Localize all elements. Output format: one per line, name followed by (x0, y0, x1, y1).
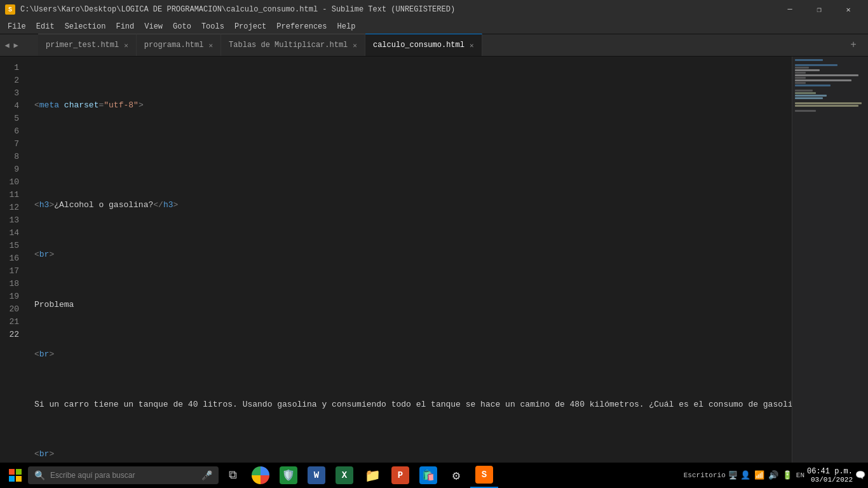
tab-next-button[interactable]: ▶ (11, 34, 20, 57)
svg-rect-1 (16, 469, 22, 475)
menu-help[interactable]: Help (332, 19, 361, 34)
taskbar-app-unknown1[interactable]: 🛍️ (414, 463, 442, 488)
taskbar-app-chrome[interactable] (247, 463, 275, 488)
search-icon: 🔍 (34, 470, 45, 481)
close-button[interactable]: ✕ (834, 0, 863, 19)
people-icon[interactable]: 👤 (740, 470, 750, 480)
taskbar-app-powerpoint[interactable]: P (386, 463, 414, 488)
tab-programa[interactable]: programa.html ✕ (137, 34, 221, 56)
desktop-icon: 🖥️ (728, 471, 738, 480)
taskbar-app-excel[interactable]: X (330, 463, 358, 488)
taskbar-app-files[interactable]: 📁 (358, 463, 386, 488)
clock-date: 03/01/2022 (807, 476, 853, 484)
desktop-label[interactable]: Escritorio (684, 471, 726, 479)
line-num-2: 2 (5, 74, 19, 87)
taskbar-app-sublime[interactable]: S (470, 463, 498, 488)
system-icons: 👤 📶 🔊 🔋 EN (740, 470, 804, 480)
titlebar: S C:\Users\Karo\Desktop\LOGICA DE PROGRA… (0, 0, 868, 19)
line-num-7: 7 (5, 138, 19, 151)
volume-icon[interactable]: 🔊 (768, 470, 778, 480)
code-line-4: <br> (34, 248, 792, 261)
tab-close-primer-test[interactable]: ✕ (124, 41, 128, 50)
line-num-3: 3 (5, 87, 19, 100)
line-num-13: 13 (5, 214, 19, 227)
menu-selection[interactable]: Selection (60, 19, 111, 34)
files-icon: 📁 (363, 466, 381, 484)
svg-rect-0 (9, 469, 15, 475)
menu-project[interactable]: Project (229, 19, 271, 34)
microphone-icon[interactable]: 🎤 (201, 470, 212, 481)
menu-file[interactable]: File (3, 19, 31, 34)
line-num-21: 21 (5, 316, 19, 329)
menu-edit[interactable]: Edit (31, 19, 60, 34)
code-line-2 (34, 149, 792, 161)
line-num-10: 10 (5, 176, 19, 189)
new-tab-button[interactable]: + (844, 34, 863, 56)
search-bar[interactable]: 🔍 🎤 (28, 466, 219, 484)
clock-time: 06:41 p.m. (807, 467, 853, 476)
taskbar-app-security[interactable]: 🛡️ (275, 463, 302, 488)
line-num-15: 15 (5, 240, 19, 252)
word-icon: W (308, 466, 325, 484)
line-num-11: 11 (5, 189, 19, 201)
app-icon: S (5, 4, 15, 15)
svg-rect-2 (9, 476, 15, 482)
menu-view[interactable]: View (139, 19, 168, 34)
taskbar-right: Escritorio 🖥️ 👤 📶 🔊 🔋 EN 06:41 p.m. 03/0… (684, 467, 865, 484)
code-line-5: Problema (34, 299, 792, 311)
tab-close-programa[interactable]: ✕ (208, 41, 213, 50)
menubar: File Edit Selection Find View Goto Tools… (0, 19, 868, 34)
menu-find[interactable]: Find (111, 19, 139, 34)
tab-calculo-consumo[interactable]: calculo_consumo.html ✕ (365, 34, 482, 56)
keyboard-icon[interactable]: EN (796, 471, 804, 479)
line-num-1: 1 (5, 62, 19, 74)
sublime-icon: S (475, 466, 493, 484)
taskbar-app-settings[interactable]: ⚙️ (442, 463, 470, 488)
task-view-button[interactable]: ⧉ (219, 463, 247, 488)
line-num-16: 16 (5, 252, 19, 265)
excel-icon: X (336, 466, 353, 484)
tab-close-tablas[interactable]: ✕ (353, 41, 357, 50)
menu-preferences[interactable]: Preferences (271, 19, 332, 34)
line-num-5: 5 (5, 112, 19, 125)
editor: 1 2 3 4 5 6 7 8 9 10 11 12 13 14 15 16 1… (0, 57, 868, 469)
line-num-8: 8 (5, 151, 19, 163)
window-title: C:\Users\Karo\Desktop\LOGICA DE PROGRAMA… (20, 5, 455, 14)
menu-tools[interactable]: Tools (196, 19, 229, 34)
line-num-22: 22 (5, 329, 19, 341)
tab-list: primer_test.html ✕ programa.html ✕ Tabla… (19, 34, 868, 56)
line-num-6: 6 (5, 125, 19, 138)
line-num-12: 12 (5, 201, 19, 214)
line-num-4: 4 (5, 100, 19, 112)
battery-icon[interactable]: 🔋 (782, 470, 792, 480)
tab-close-calculo[interactable]: ✕ (470, 41, 474, 50)
menu-goto[interactable]: Goto (168, 19, 196, 34)
tab-tablas[interactable]: Tablas de Multiplicar.html ✕ (221, 34, 365, 56)
maximize-button[interactable]: ❐ (804, 0, 834, 19)
taskbar: 🔍 🎤 ⧉ 🛡️ W X 📁 P 🛍️ ⚙️ S Escritorio 🖥️ 👤 (0, 463, 868, 488)
tab-label: calculo_consumo.html (373, 41, 465, 50)
code-editor[interactable]: <meta charset="utf-8"> <h3>¿Alcohol o ga… (27, 57, 792, 469)
svg-rect-3 (16, 476, 22, 482)
taskbar-app-word[interactable]: W (302, 463, 330, 488)
code-line-6: <br> (34, 348, 792, 361)
tabbar: ◀ ▶ primer_test.html ✕ programa.html ✕ T… (0, 34, 868, 57)
start-button[interactable] (3, 463, 28, 488)
search-input[interactable] (50, 471, 190, 480)
chrome-icon (252, 466, 269, 484)
tab-prev-button[interactable]: ◀ (3, 34, 11, 57)
powerpoint-icon: P (391, 466, 409, 484)
network-icon[interactable]: 📶 (754, 470, 764, 480)
notification-icon[interactable]: 🗨️ (855, 470, 865, 480)
tab-label: Tablas de Multiplicar.html (229, 41, 348, 50)
clock[interactable]: 06:41 p.m. 03/01/2022 (807, 467, 853, 484)
tab-label: primer_test.html (46, 41, 119, 50)
line-num-20: 20 (5, 303, 19, 316)
tab-navigation: ◀ ▶ (3, 34, 20, 57)
minimize-button[interactable]: — (775, 0, 804, 19)
tab-primer-test[interactable]: primer_test.html ✕ (38, 34, 137, 56)
line-num-9: 9 (5, 163, 19, 176)
window-controls: — ❐ ✕ (775, 0, 863, 19)
line-num-18: 18 (5, 278, 19, 290)
security-icon: 🛡️ (280, 466, 297, 484)
